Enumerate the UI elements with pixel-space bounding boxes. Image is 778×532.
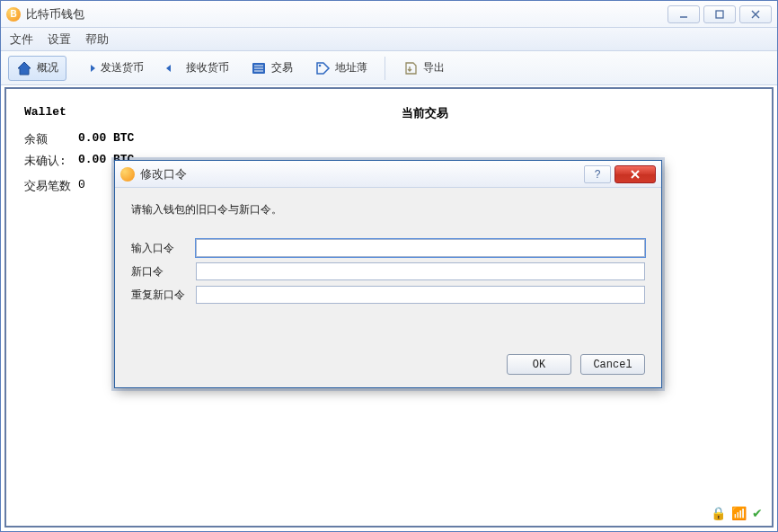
dialog-help-button[interactable]: ? [584, 165, 611, 183]
repeat-pass-label: 重复新口令 [131, 288, 196, 303]
tab-send-label: 发送货币 [101, 60, 144, 75]
old-pass-label: 输入口令 [131, 241, 196, 256]
window-title: 比特币钱包 [26, 6, 84, 22]
change-passphrase-dialog: 修改口令 ? 请输入钱包的旧口令与新口令。 输入口令 新口令 重复新口令 OK … [114, 160, 662, 388]
current-tx-heading: 当前交易 [402, 105, 448, 121]
tab-overview[interactable]: 概况 [8, 56, 66, 81]
home-icon [16, 60, 32, 76]
statusbar: 🔒 📶 ✔ [711, 506, 763, 520]
menu-settings[interactable]: 设置 [48, 31, 71, 48]
titlebar: B 比特币钱包 [1, 1, 777, 28]
dialog-body: 请输入钱包的旧口令与新口令。 输入口令 新口令 重复新口令 [115, 188, 661, 354]
close-icon [750, 9, 761, 20]
txcount-label: 交易笔数 [24, 178, 78, 194]
bitcoin-icon [120, 167, 135, 182]
maximize-button[interactable] [703, 5, 736, 23]
send-icon [80, 60, 96, 76]
cancel-button[interactable]: Cancel [580, 354, 645, 375]
check-icon: ✔ [752, 506, 763, 520]
help-icon: ? [595, 168, 601, 181]
dialog-close-button[interactable] [614, 165, 656, 183]
list-icon [251, 60, 267, 76]
tab-receive[interactable]: 接收货币 [157, 56, 237, 81]
minimize-icon [678, 9, 689, 20]
tab-send[interactable]: 发送货币 [72, 56, 152, 81]
old-pass-input[interactable] [196, 239, 645, 257]
maximize-icon [714, 9, 725, 20]
repeat-pass-input[interactable] [196, 286, 645, 304]
wallet-heading: Wallet [24, 105, 134, 119]
receive-icon [165, 60, 181, 76]
toolbar-separator [385, 57, 385, 80]
menu-file[interactable]: 文件 [10, 31, 33, 48]
tab-addressbook[interactable]: 地址薄 [306, 56, 376, 81]
menu-help[interactable]: 帮助 [85, 31, 109, 48]
close-icon [629, 169, 641, 180]
minimize-button[interactable] [667, 5, 700, 23]
dialog-message: 请输入钱包的旧口令与新口令。 [131, 202, 645, 217]
txcount-value: 0 [78, 178, 85, 194]
ok-button[interactable]: OK [507, 354, 571, 375]
toolbar: 概况 发送货币 接收货币 交易 地址薄 [1, 51, 777, 85]
lock-icon: 🔒 [711, 506, 726, 520]
dialog-title: 修改口令 [140, 166, 187, 182]
bitcoin-icon: B [6, 7, 21, 22]
tab-overview-label: 概况 [37, 60, 58, 75]
tag-icon [314, 60, 331, 76]
export-label: 导出 [423, 60, 445, 75]
export-icon [402, 60, 419, 76]
new-pass-label: 新口令 [131, 264, 196, 279]
signal-icon: 📶 [731, 506, 747, 520]
tab-tx-label: 交易 [271, 60, 293, 75]
tab-addressbook-label: 地址薄 [335, 60, 367, 75]
unconfirmed-label: 未确认: [24, 153, 78, 169]
export-button[interactable]: 导出 [394, 56, 453, 81]
svg-rect-1 [716, 11, 723, 18]
new-pass-input[interactable] [196, 262, 645, 280]
dialog-buttons: OK Cancel [115, 354, 661, 387]
balance-label: 余额 [24, 131, 78, 147]
svg-point-8 [319, 64, 322, 66]
balance-value: 0.00 BTC [78, 131, 134, 147]
close-button[interactable] [739, 5, 772, 23]
tab-transactions[interactable]: 交易 [243, 56, 301, 81]
dialog-titlebar: 修改口令 ? [115, 161, 661, 188]
tab-receive-label: 接收货币 [186, 60, 229, 75]
menubar: 文件 设置 帮助 [1, 28, 777, 51]
